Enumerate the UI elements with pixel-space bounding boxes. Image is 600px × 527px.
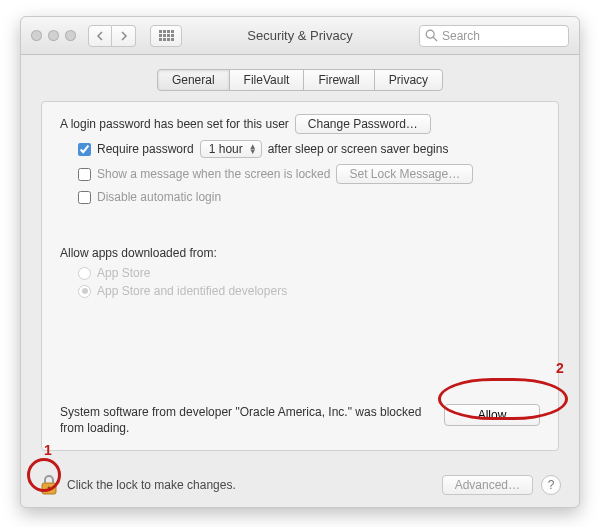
close-window-icon[interactable] — [31, 30, 42, 41]
allow-button[interactable]: Allow — [444, 404, 540, 426]
chevron-left-icon — [96, 31, 104, 41]
require-password-row: Require password 1 hour ▲▼ after sleep o… — [78, 140, 540, 158]
require-password-label: Require password — [97, 142, 194, 156]
set-lock-message-button: Set Lock Message… — [336, 164, 473, 184]
password-set-text: A login password has been set for this u… — [60, 117, 289, 131]
chevron-right-icon — [120, 31, 128, 41]
svg-line-1 — [433, 37, 437, 41]
gatekeeper-options: App Store App Store and identified devel… — [78, 266, 540, 302]
require-password-delay-value: 1 hour — [209, 142, 243, 156]
nav-back-forward — [88, 25, 136, 47]
disable-autologin-row: Disable automatic login — [78, 190, 540, 204]
show-all-button[interactable] — [150, 25, 182, 47]
gatekeeper-heading-row: Allow apps downloaded from: — [60, 246, 540, 260]
grid-icon — [159, 30, 174, 41]
gatekeeper-option-appstore: App Store — [78, 266, 540, 280]
gatekeeper-option-identified: App Store and identified developers — [78, 284, 540, 298]
minimize-window-icon[interactable] — [48, 30, 59, 41]
zoom-window-icon[interactable] — [65, 30, 76, 41]
help-icon: ? — [548, 478, 555, 492]
search-icon — [425, 29, 438, 42]
require-password-checkbox[interactable] — [78, 143, 91, 156]
search-field-wrap — [419, 25, 569, 47]
content-area: General FileVault Firewall Privacy A log… — [21, 55, 579, 463]
stepper-icon: ▲▼ — [249, 144, 257, 154]
gatekeeper-option-identified-label: App Store and identified developers — [97, 284, 287, 298]
titlebar: Security & Privacy — [21, 17, 579, 55]
advanced-button[interactable]: Advanced… — [442, 475, 533, 495]
show-message-checkbox[interactable] — [78, 168, 91, 181]
tab-bar: General FileVault Firewall Privacy — [41, 69, 559, 91]
tab-privacy[interactable]: Privacy — [374, 69, 443, 91]
general-panel: A login password has been set for this u… — [41, 101, 559, 451]
help-button[interactable]: ? — [541, 475, 561, 495]
disable-autologin-label: Disable automatic login — [97, 190, 221, 204]
forward-button[interactable] — [112, 25, 136, 47]
change-password-button[interactable]: Change Password… — [295, 114, 431, 134]
lock-hint-text: Click the lock to make changes. — [67, 478, 236, 492]
footer: Click the lock to make changes. Advanced… — [21, 463, 579, 507]
svg-point-3 — [48, 487, 51, 490]
traffic-lights — [31, 30, 76, 41]
disable-autologin-checkbox[interactable] — [78, 191, 91, 204]
gatekeeper-heading: Allow apps downloaded from: — [60, 246, 217, 260]
radio-selected-icon — [78, 285, 91, 298]
search-input[interactable] — [419, 25, 569, 47]
back-button[interactable] — [88, 25, 112, 47]
require-password-suffix: after sleep or screen saver begins — [268, 142, 449, 156]
radio-icon — [78, 267, 91, 280]
gatekeeper-option-appstore-label: App Store — [97, 266, 150, 280]
require-password-delay-select[interactable]: 1 hour ▲▼ — [200, 140, 262, 158]
blocked-software-row: System software from developer "Oracle A… — [60, 404, 540, 436]
password-set-row: A login password has been set for this u… — [60, 114, 540, 134]
show-message-row: Show a message when the screen is locked… — [78, 164, 540, 184]
tab-firewall[interactable]: Firewall — [303, 69, 374, 91]
preferences-window: Security & Privacy General FileVault Fir… — [20, 16, 580, 508]
svg-point-0 — [426, 30, 434, 38]
tab-general[interactable]: General — [157, 69, 230, 91]
show-message-label: Show a message when the screen is locked — [97, 167, 330, 181]
tab-filevault[interactable]: FileVault — [229, 69, 305, 91]
lock-icon[interactable] — [39, 474, 59, 496]
blocked-software-message: System software from developer "Oracle A… — [60, 404, 434, 436]
